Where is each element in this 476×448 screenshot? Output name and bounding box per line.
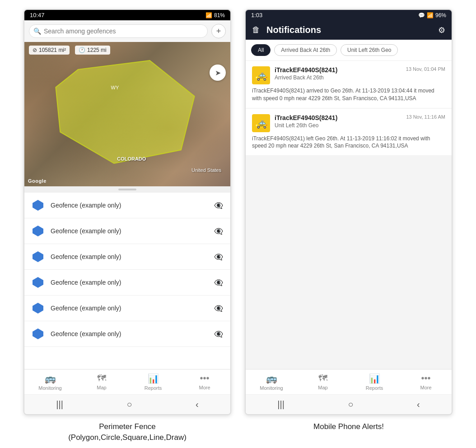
signal-icon: 📶 xyxy=(427,12,434,18)
home-bar-menu[interactable]: ||| xyxy=(56,399,63,410)
right-battery: 96% xyxy=(435,12,446,18)
left-time: 10:47 xyxy=(30,12,45,18)
left-status-bar: 10:47 📶 81% xyxy=(24,10,230,20)
eye-icon-4[interactable]: 👁‍🗨 xyxy=(214,278,223,287)
geofence-label-5: Geofence (example only) xyxy=(51,305,208,312)
filter-all[interactable]: All xyxy=(251,44,271,56)
us-label: United States xyxy=(191,167,221,173)
right-phone: 1:03 💬 📶 96% 🗑 Notifications ⚙ All Arriv… xyxy=(245,9,453,415)
geofence-label-2: Geofence (example only) xyxy=(51,227,208,235)
geofence-item-4[interactable]: Geofence (example only) 👁‍🗨 xyxy=(24,270,230,296)
right-status-bar: 1:03 💬 📶 96% xyxy=(246,10,452,20)
scroll-bar xyxy=(118,189,136,190)
right-time: 1:03 xyxy=(251,12,262,18)
right-home-bar-circle[interactable]: ○ xyxy=(348,399,353,410)
geofence-item-3[interactable]: Geofence (example only) 👁‍🗨 xyxy=(24,244,230,270)
area-icon: ⊘ xyxy=(33,47,37,53)
right-bottom-nav: 🚌 Monitoring 🗺 Map 📊 Reports ••• More xyxy=(246,369,452,394)
left-caption: Perimeter Fence(Polygon,Circle,Square,Li… xyxy=(68,421,187,443)
colorado-label: COLORADO xyxy=(117,156,146,162)
right-map-icon: 🗺 xyxy=(318,373,327,383)
right-nav-more[interactable]: ••• More xyxy=(412,373,439,391)
geofence-icon-2 xyxy=(32,225,44,237)
notifications-title: Notifications xyxy=(266,25,432,35)
home-bar-circle[interactable]: ○ xyxy=(126,399,132,410)
reports-icon: 📊 xyxy=(148,373,159,384)
right-more-label: More xyxy=(420,385,431,390)
nav-reports[interactable]: 📊 Reports xyxy=(140,373,167,391)
geofence-label-1: Geofence (example only) xyxy=(51,202,208,209)
timestamp-1: 13 Nov, 01:04 PM xyxy=(406,66,445,72)
right-home-bar: ||| ○ ‹ xyxy=(246,394,452,414)
settings-icon[interactable]: ⚙ xyxy=(438,25,445,35)
delete-icon[interactable]: 🗑 xyxy=(252,25,260,35)
eye-icon-3[interactable]: 👁‍🗨 xyxy=(214,253,223,261)
geofence-list: Geofence (example only) 👁‍🗨 Geofence (ex… xyxy=(24,193,230,369)
device-name-1: iTrackEF4940S(8241) xyxy=(275,66,337,74)
search-input[interactable] xyxy=(29,24,208,38)
right-phone-wrapper: 1:03 💬 📶 96% 🗑 Notifications ⚙ All Arriv… xyxy=(245,9,453,432)
notif-subtitle-2: Unit Left 26th Geo xyxy=(275,122,445,129)
scroll-handle xyxy=(24,186,230,193)
distance-value: 1225 mi xyxy=(87,47,107,53)
geofence-label-6: Geofence (example only) xyxy=(51,330,208,337)
map-icon: 🗺 xyxy=(97,373,106,383)
eye-icon-2[interactable]: 👁‍🗨 xyxy=(214,227,223,236)
car-avatar-2: 🚕 xyxy=(252,114,270,132)
google-logo: Google xyxy=(28,178,47,184)
filter-arrived[interactable]: Arrived Back At 26th xyxy=(274,44,337,56)
right-home-bar-back[interactable]: ‹ xyxy=(417,399,420,410)
nav-map[interactable]: 🗺 Map xyxy=(88,373,115,391)
monitoring-icon: 🚌 xyxy=(45,373,56,384)
wy-label: WY xyxy=(111,85,119,90)
notif-top-2: iTrackEF4940S(8241) 13 Nov, 11:16 AM xyxy=(275,114,445,121)
svg-marker-5 xyxy=(33,303,43,314)
right-status-icons: 💬 📶 96% xyxy=(418,12,446,18)
map-area[interactable]: ⊘ 105821 mi² 🕐 1225 mi ➤ WY COLORADO Uni… xyxy=(24,42,230,186)
empty-area xyxy=(246,156,452,246)
notif-top-1: iTrackEF4940S(8241) 13 Nov, 01:04 PM xyxy=(275,66,445,74)
area-value: 105821 mi² xyxy=(39,47,66,53)
geofence-label-3: Geofence (example only) xyxy=(51,253,208,260)
notification-item-2[interactable]: 🚕 iTrackEF4940S(8241) 13 Nov, 11:16 AM U… xyxy=(246,109,452,156)
geofence-item-2[interactable]: Geofence (example only) 👁‍🗨 xyxy=(24,218,230,244)
eye-icon-5[interactable]: 👁‍🗨 xyxy=(214,304,223,313)
right-nav-map[interactable]: 🗺 Map xyxy=(309,373,336,391)
eye-icon-1[interactable]: 👁‍🗨 xyxy=(214,201,223,210)
home-bar-back[interactable]: ‹ xyxy=(196,399,199,410)
map-label: Map xyxy=(97,385,106,390)
notification-item-1[interactable]: 🚕 iTrackEF4940S(8241) 13 Nov, 01:04 PM A… xyxy=(246,61,452,108)
add-button[interactable]: + xyxy=(211,24,226,38)
map-info-overlay: ⊘ 105821 mi² 🕐 1225 mi xyxy=(29,46,110,55)
left-home-bar: ||| ○ ‹ xyxy=(24,394,230,414)
distance-icon: 🕐 xyxy=(79,47,85,53)
geofence-icon-4 xyxy=(32,276,44,289)
eye-icon-6[interactable]: 👁‍🗨 xyxy=(214,330,223,338)
geofence-icon-3 xyxy=(32,250,44,263)
geofence-item-5[interactable]: Geofence (example only) 👁‍🗨 xyxy=(24,296,230,321)
left-phone: 10:47 📶 81% 🔍 + xyxy=(23,9,231,415)
left-caption-text: Perimeter Fence(Polygon,Circle,Square,Li… xyxy=(68,422,187,442)
right-monitoring-label: Monitoring xyxy=(260,385,283,391)
compass-button[interactable]: ➤ xyxy=(210,65,226,81)
geofence-icon-6 xyxy=(32,328,44,340)
more-label: More xyxy=(199,385,210,390)
right-nav-reports[interactable]: 📊 Reports xyxy=(361,373,388,391)
battery-text: 81% xyxy=(214,12,225,18)
search-wrap: 🔍 xyxy=(29,24,208,38)
right-caption-text: Mobile Phone Alerts! xyxy=(313,422,384,431)
search-bar-row: 🔍 + xyxy=(24,20,230,42)
search-icon: 🔍 xyxy=(33,28,41,35)
right-reports-icon: 📊 xyxy=(369,373,380,384)
right-nav-monitoring[interactable]: 🚌 Monitoring xyxy=(258,373,285,391)
right-home-bar-menu[interactable]: ||| xyxy=(277,399,285,410)
right-monitoring-icon: 🚌 xyxy=(266,373,277,384)
more-icon: ••• xyxy=(200,373,209,383)
nav-monitoring[interactable]: 🚌 Monitoring xyxy=(37,373,64,391)
geofence-item-1[interactable]: Geofence (example only) 👁‍🗨 xyxy=(24,193,230,218)
geofence-item-6[interactable]: Geofence (example only) 👁‍🗨 xyxy=(24,321,230,347)
right-reports-label: Reports xyxy=(366,385,383,391)
notif-subtitle-1: Arrived Back At 26th xyxy=(275,74,445,81)
filter-left[interactable]: Unit Left 26th Geo xyxy=(341,44,398,56)
nav-more[interactable]: ••• More xyxy=(191,373,218,391)
